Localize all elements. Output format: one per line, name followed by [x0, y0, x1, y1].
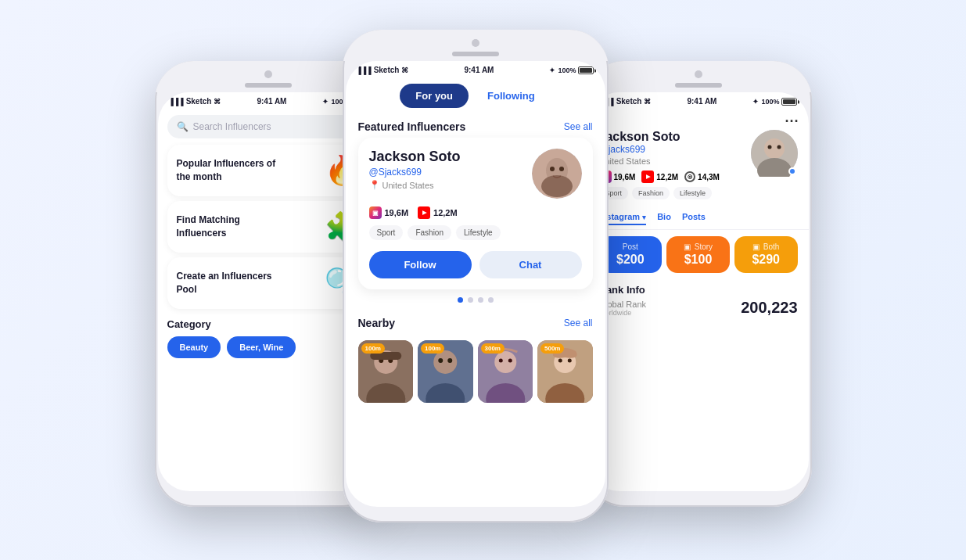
status-bar-right: ▐▐▐ Sketch ⌘ 9:41 AM ✦ 100%: [588, 92, 809, 109]
svg-point-14: [438, 358, 443, 363]
influencer-card: Jackson Soto @Sjacks699 📍 United States: [358, 138, 593, 289]
bio-tab-label: Bio: [657, 212, 671, 221]
post-price-label: Post: [607, 242, 655, 251]
search-icon: 🔍: [177, 121, 189, 132]
tag-sport: Sport: [369, 225, 404, 240]
influencer-info: Jackson Soto @Sjacks699 📍 United States: [369, 149, 532, 190]
tab-bio[interactable]: Bio: [657, 212, 671, 224]
right-phone-screen: ▐▐▐ Sketch ⌘ 9:41 AM ✦ 100% ···: [588, 92, 809, 491]
wifi-icon: ⌘: [644, 98, 651, 106]
nearby-see-all[interactable]: See all: [564, 318, 593, 328]
platform-tabs: Instagram ▾ Bio Posts: [588, 207, 809, 230]
tag-lifestyle: Lifestyle: [456, 225, 501, 240]
chevron-down-icon: ▾: [642, 214, 646, 221]
find-matching-card[interactable]: Find Matching Influencers 🧩: [167, 201, 369, 253]
svg-point-20: [508, 359, 512, 363]
profile-tag-lifestyle: Lifestyle: [673, 187, 712, 199]
influencer-handle[interactable]: @Sjacks699: [369, 167, 532, 178]
tab-posts[interactable]: Posts: [682, 212, 706, 224]
category-buttons: Beauty Beer, Wine: [167, 336, 369, 358]
camera-center: [472, 39, 479, 47]
post-price-value: $200: [607, 253, 655, 267]
dot-1: [458, 297, 463, 303]
profile-section: Jackson Soto @jacks699 United States ▣ 1…: [588, 130, 809, 207]
location-icon: 📍: [369, 180, 380, 190]
influencer-top: Jackson Soto @Sjacks699 📍 United States: [369, 149, 582, 199]
more-options-button[interactable]: ···: [785, 113, 799, 130]
rank-row: Global Rank Worldwide 200,223: [599, 299, 798, 317]
beer-wine-button[interactable]: Beer, Wine: [227, 336, 296, 358]
global-rank-value: 200,223: [741, 299, 797, 317]
search-bar[interactable]: 🔍 Search Influencers: [167, 115, 369, 138]
profile-avatar: [751, 130, 798, 177]
avatar-image: [532, 149, 582, 199]
signal-icon: ▐▐▐: [169, 98, 184, 106]
status-right-center: ✦ 100%: [549, 66, 594, 74]
battery-fill: [580, 68, 592, 73]
card-title: Create an Influencers Pool: [177, 270, 286, 296]
action-buttons: Follow Chat: [369, 251, 582, 278]
svg-point-24: [558, 359, 562, 363]
tab-for-you[interactable]: For you: [400, 84, 469, 108]
bluetooth-icon: ✦: [549, 66, 555, 74]
create-pool-card[interactable]: Create an Influencers Pool 🫧: [167, 257, 369, 309]
carrier-label: Sketch: [616, 97, 642, 106]
story-price-card[interactable]: ▣ Story $100: [666, 236, 730, 273]
wifi-icon: ⌘: [214, 98, 221, 106]
svg-point-17: [494, 351, 516, 373]
nearby-badge-4: 500m: [540, 343, 564, 354]
popular-influencers-card[interactable]: Popular Influencers of the month 🔥: [167, 145, 369, 196]
location-text: United States: [382, 181, 434, 190]
battery-fill: [783, 99, 795, 104]
both-price-card[interactable]: ▣ Both $290: [734, 236, 798, 273]
wifi-icon: ⌘: [401, 66, 408, 74]
dot-4: [488, 297, 494, 303]
status-right-right: ✦ 100%: [752, 98, 797, 106]
carrier-label: Sketch: [374, 66, 400, 74]
tags-row: Sport Fashion Lifestyle: [369, 225, 582, 240]
speaker: [245, 83, 292, 88]
yt-icon: ▶: [641, 171, 654, 183]
nearby-item-1[interactable]: 100m: [358, 340, 414, 403]
card-title: Popular Influencers of the month: [177, 157, 286, 184]
stats-row: ▣ 19,6M ▶ 12,2M: [369, 206, 582, 219]
profile-tag-fashion: Fashion: [632, 187, 670, 199]
bluetooth-icon: ✦: [752, 98, 759, 106]
dot-2: [468, 297, 473, 303]
compass-icon: ◎: [684, 171, 695, 182]
profile-info: Jackson Soto @jacks699 United States ▣ 1…: [599, 130, 743, 199]
both-price-label: ▣ Both: [742, 242, 790, 251]
youtube-icon: ▶: [418, 206, 430, 219]
post-price-card[interactable]: Post $200: [599, 236, 663, 273]
tab-following-label: Following: [487, 90, 535, 102]
influencer-location: 📍 United States: [369, 180, 532, 190]
influencer-name: Jackson Soto: [369, 149, 532, 165]
follow-button[interactable]: Follow: [369, 251, 472, 278]
carrier-label: Sketch: [186, 97, 212, 106]
card-title: Find Matching Influencers: [177, 214, 286, 240]
nearby-badge-2: 100m: [421, 343, 444, 354]
featured-section-header: Featured Influencers See all: [346, 114, 605, 138]
chat-button[interactable]: Chat: [479, 251, 582, 278]
profile-handle[interactable]: @jacks699: [599, 144, 743, 155]
profile-compass-count: 14,3M: [698, 173, 720, 181]
featured-see-all[interactable]: See all: [564, 121, 593, 132]
camera: [264, 70, 272, 78]
nearby-grid: 100m 100m: [346, 340, 605, 403]
svg-point-4: [559, 167, 564, 171]
both-insta-icon: ▣: [752, 242, 760, 251]
tab-following[interactable]: Following: [472, 84, 551, 108]
dots-indicator: [346, 297, 605, 303]
battery-label: 100%: [558, 66, 576, 74]
nearby-item-4[interactable]: 500m: [537, 340, 593, 403]
nearby-item-3[interactable]: 300m: [478, 340, 533, 403]
profile-compass-stat: ◎ 14,3M: [684, 171, 720, 182]
nearby-section: Nearby See all 100m: [346, 303, 605, 403]
tab-for-you-label: For you: [415, 90, 453, 102]
beauty-button[interactable]: Beauty: [167, 336, 221, 358]
svg-point-29: [767, 145, 771, 149]
time-label: 9:41 AM: [257, 97, 286, 106]
youtube-stat: ▶ 12,2M: [418, 206, 458, 219]
svg-point-3: [550, 167, 555, 171]
nearby-item-2[interactable]: 100m: [418, 340, 473, 403]
